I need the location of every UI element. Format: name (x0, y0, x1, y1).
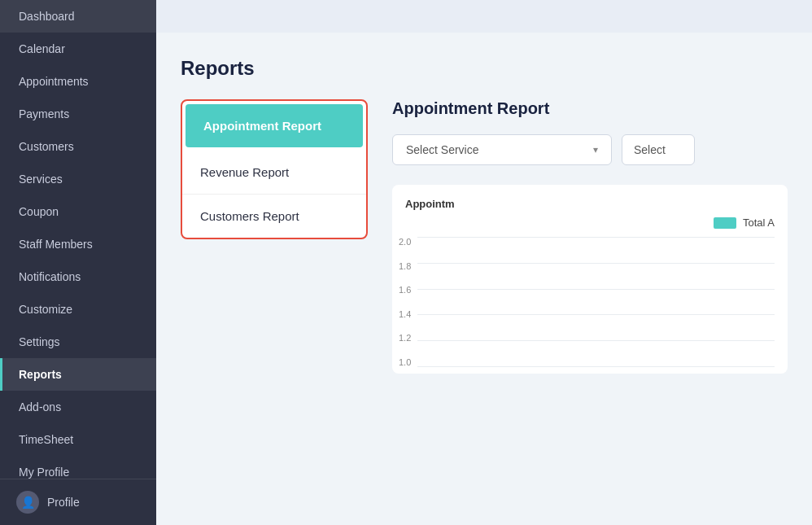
select-button[interactable]: Select (622, 134, 695, 165)
chart-grid (417, 237, 775, 367)
sidebar-item-customers[interactable]: Customers (0, 130, 156, 163)
y-axis-label: 2.0 (399, 237, 411, 247)
sidebar-item-services[interactable]: Services (0, 163, 156, 195)
chart-y-axis: 2.01.81.61.41.21.0 (399, 237, 417, 367)
sidebar-item-dashboard[interactable]: Dashboard (0, 0, 156, 33)
sidebar-nav: DashboardCalendarAppointmentsPaymentsCus… (0, 0, 156, 479)
sidebar-item-add-ons[interactable]: Add-ons (0, 391, 156, 423)
chart-container: 2.01.81.61.41.21.0 (399, 237, 775, 367)
sidebar: DashboardCalendarAppointmentsPaymentsCus… (0, 0, 156, 525)
select-service-dropdown[interactable]: Select Service ▾ (392, 134, 612, 165)
sidebar-item-settings[interactable]: Settings (0, 326, 156, 358)
y-axis-label: 1.0 (399, 357, 411, 367)
sidebar-item-customize[interactable]: Customize (0, 293, 156, 326)
sidebar-item-my-profile[interactable]: My Profile (0, 456, 156, 479)
sidebar-item-calendar[interactable]: Calendar (0, 33, 156, 65)
report-content-area: Appointment Report Select Service ▾ Sele… (392, 99, 788, 374)
y-axis-label: 1.4 (399, 309, 411, 319)
y-axis-label: 1.2 (399, 333, 411, 343)
sidebar-item-reports[interactable]: Reports (0, 358, 156, 391)
page-title: Reports (181, 57, 788, 80)
chart-bars-area (417, 237, 775, 367)
y-axis-label: 1.8 (399, 261, 411, 271)
grid-line (417, 263, 775, 264)
sidebar-footer-label: Profile (47, 496, 80, 509)
profile-avatar: 👤 (16, 491, 39, 514)
sidebar-item-notifications[interactable]: Notifications (0, 260, 156, 293)
grid-line (417, 314, 775, 315)
reports-layout: Appointment ReportRevenue ReportCustomer… (181, 99, 788, 374)
main-content: Reports Appointment ReportRevenue Report… (156, 0, 812, 525)
grid-line (417, 289, 775, 290)
chevron-down-icon: ▾ (593, 144, 598, 155)
select-service-label: Select Service (406, 143, 478, 156)
report-menu-panel: Appointment ReportRevenue ReportCustomer… (181, 99, 368, 239)
report-menu-item-revenue-report[interactable]: Revenue Report (182, 151, 366, 195)
sidebar-item-appointments[interactable]: Appointments (0, 65, 156, 98)
chart-subtitle: Appointm (399, 198, 775, 210)
report-menu-item-customers-report[interactable]: Customers Report (182, 195, 366, 238)
sidebar-footer[interactable]: 👤 Profile (0, 479, 156, 525)
sidebar-item-payments[interactable]: Payments (0, 98, 156, 130)
sidebar-item-staff-members[interactable]: Staff Members (0, 228, 156, 260)
grid-line (417, 340, 775, 341)
chart-legend: Total A (399, 217, 775, 229)
content-area: Reports Appointment ReportRevenue Report… (156, 33, 812, 525)
sidebar-item-coupon[interactable]: Coupon (0, 195, 156, 228)
select-label: Select (634, 143, 666, 156)
grid-line (417, 237, 775, 238)
legend-label: Total A (743, 217, 775, 229)
top-bar (156, 0, 812, 33)
y-axis-label: 1.6 (399, 285, 411, 295)
chart-section: Appointm Total A 2.01.81.61.41.21.0 (392, 185, 788, 374)
grid-line (417, 366, 775, 367)
legend-color-box (714, 217, 736, 229)
report-menu-item-appointment-report[interactable]: Appointment Report (186, 104, 363, 147)
sidebar-item-timesheet[interactable]: TimeSheet (0, 423, 156, 456)
report-content-title: Appointment Report (392, 99, 788, 118)
filter-row: Select Service ▾ Select (392, 134, 788, 165)
